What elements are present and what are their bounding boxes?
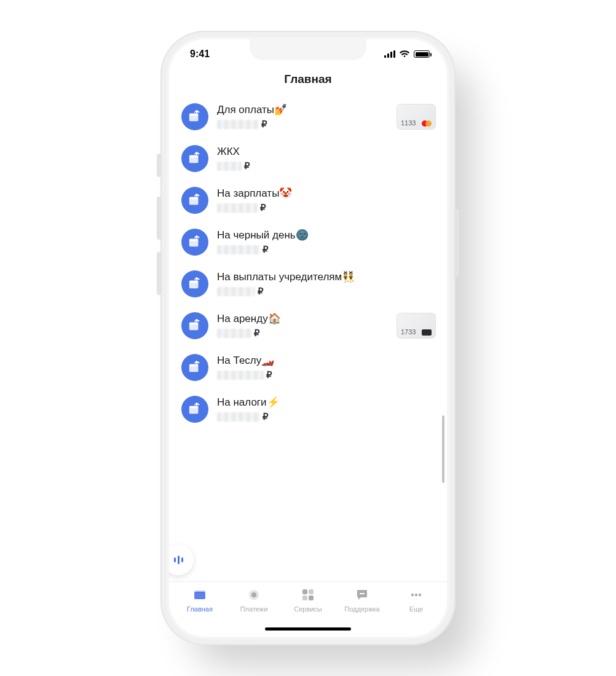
currency-symbol: ₽ bbox=[261, 119, 267, 130]
card-last4: 1733 bbox=[401, 328, 416, 336]
currency-symbol: ₽ bbox=[263, 244, 269, 255]
account-body: На Теслу🏎️₽ bbox=[217, 355, 436, 380]
account-row[interactable]: На зарплаты🤡₽ bbox=[181, 179, 444, 221]
balance-hidden bbox=[217, 412, 260, 422]
account-body: На черный день🌚₽ bbox=[217, 229, 436, 255]
svg-rect-24 bbox=[360, 593, 365, 594]
scroll-indicator bbox=[442, 415, 444, 483]
svg-rect-13 bbox=[189, 364, 199, 367]
tab-label: Платежи bbox=[240, 605, 268, 613]
svg-point-19 bbox=[251, 592, 256, 597]
tab-more[interactable]: Еще bbox=[389, 587, 443, 637]
account-title: На аренду🏠 bbox=[217, 313, 388, 325]
wallet-icon bbox=[181, 270, 208, 297]
account-body: На зарплаты🤡₽ bbox=[217, 187, 436, 213]
account-balance: ₽ bbox=[217, 411, 436, 422]
wallet-icon bbox=[181, 145, 208, 172]
mute-switch bbox=[157, 154, 162, 177]
home-icon bbox=[192, 587, 208, 603]
tab-label: Главная bbox=[187, 605, 213, 613]
wallet-icon bbox=[181, 312, 208, 339]
svg-point-25 bbox=[411, 594, 414, 596]
linked-card[interactable]: 1133 bbox=[397, 104, 436, 130]
account-balance: ₽ bbox=[217, 244, 436, 255]
home-indicator bbox=[265, 627, 351, 631]
svg-rect-7 bbox=[189, 239, 199, 242]
svg-rect-15 bbox=[189, 406, 199, 409]
account-row[interactable]: На черный день🌚₽ bbox=[181, 221, 444, 263]
account-row[interactable]: Для оплаты💅₽1133 bbox=[181, 96, 444, 138]
svg-rect-3 bbox=[189, 155, 199, 158]
currency-symbol: ₽ bbox=[266, 369, 272, 380]
tab-label: Поддержка bbox=[344, 605, 379, 613]
account-row[interactable]: На выплаты учредителям👯₽ bbox=[181, 263, 444, 305]
svg-rect-20 bbox=[302, 589, 307, 594]
balance-hidden bbox=[217, 329, 251, 338]
svg-rect-5 bbox=[189, 197, 199, 200]
wallet-icon bbox=[181, 103, 208, 130]
balance-hidden bbox=[217, 203, 258, 213]
svg-rect-22 bbox=[302, 595, 307, 600]
account-title: На зарплаты🤡 bbox=[217, 187, 436, 200]
account-row[interactable]: ЖКХ₽ bbox=[181, 138, 444, 179]
payments-icon bbox=[246, 587, 262, 603]
account-title: На Теслу🏎️ bbox=[217, 355, 436, 367]
currency-symbol: ₽ bbox=[244, 160, 250, 171]
account-body: На аренду🏠₽ bbox=[217, 313, 388, 339]
balance-hidden bbox=[217, 371, 264, 380]
currency-symbol: ₽ bbox=[260, 202, 266, 213]
tab-label: Сервисы bbox=[294, 605, 322, 613]
account-title: На выплаты учредителям👯 bbox=[217, 271, 436, 283]
account-title: ЖКХ bbox=[217, 146, 436, 158]
status-time: 9:41 bbox=[190, 49, 210, 60]
account-body: ЖКХ₽ bbox=[217, 146, 436, 171]
svg-rect-21 bbox=[309, 589, 314, 594]
wallet-icon bbox=[181, 229, 208, 256]
account-balance: ₽ bbox=[217, 328, 388, 339]
account-row[interactable]: На налоги⚡₽ bbox=[181, 388, 444, 430]
account-title: Для оплаты💅 bbox=[217, 104, 388, 116]
tab-home[interactable]: Главная bbox=[173, 587, 227, 637]
wallet-icon bbox=[181, 187, 208, 214]
account-balance: ₽ bbox=[217, 202, 436, 213]
svg-point-27 bbox=[419, 594, 421, 596]
account-balance: ₽ bbox=[217, 369, 436, 380]
account-body: Для оплаты💅₽ bbox=[217, 104, 388, 130]
currency-symbol: ₽ bbox=[258, 286, 264, 297]
svg-rect-1 bbox=[189, 114, 199, 116]
volume-down bbox=[157, 252, 162, 295]
accounts-list[interactable]: Для оплаты💅₽1133 ЖКХ₽ На зарплаты🤡₽ На ч… bbox=[169, 96, 447, 581]
screen: 9:41 Главная Для оплаты💅₽1133 ЖКХ₽ На за… bbox=[169, 39, 447, 637]
account-title: На налоги⚡ bbox=[217, 396, 436, 409]
wifi-icon bbox=[399, 50, 410, 58]
notch bbox=[250, 39, 366, 60]
page-title: Главная bbox=[169, 69, 447, 96]
card-last4: 1133 bbox=[401, 119, 416, 127]
balance-hidden bbox=[217, 120, 259, 129]
phone-frame: 9:41 Главная Для оплаты💅₽1133 ЖКХ₽ На за… bbox=[160, 31, 456, 645]
account-balance: ₽ bbox=[217, 119, 388, 130]
wallet-icon bbox=[181, 396, 208, 423]
balance-hidden bbox=[217, 287, 255, 296]
svg-point-26 bbox=[415, 594, 417, 596]
cellular-icon bbox=[384, 50, 395, 58]
currency-symbol: ₽ bbox=[263, 411, 269, 422]
mastercard-icon bbox=[422, 120, 432, 127]
battery-icon bbox=[414, 50, 430, 58]
balance-hidden bbox=[217, 162, 242, 171]
svg-rect-23 bbox=[309, 595, 314, 600]
services-icon bbox=[300, 587, 316, 603]
svg-rect-11 bbox=[189, 323, 199, 325]
mir-icon bbox=[422, 329, 432, 336]
account-row[interactable]: На аренду🏠₽1733 bbox=[181, 305, 444, 347]
wallet-icon bbox=[181, 354, 208, 381]
account-body: На налоги⚡₽ bbox=[217, 396, 436, 422]
support-icon bbox=[354, 587, 370, 603]
currency-symbol: ₽ bbox=[254, 328, 260, 339]
linked-card[interactable]: 1733 bbox=[397, 313, 436, 339]
volume-up bbox=[157, 197, 162, 240]
svg-rect-17 bbox=[194, 591, 205, 594]
power-button bbox=[454, 209, 459, 277]
account-row[interactable]: На Теслу🏎️₽ bbox=[181, 347, 444, 388]
account-body: На выплаты учредителям👯₽ bbox=[217, 271, 436, 297]
